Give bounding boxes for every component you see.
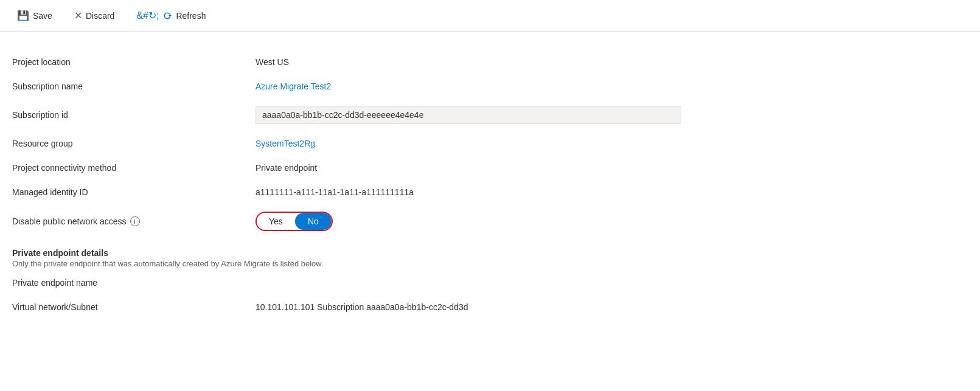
project-connectivity-label: Project connectivity method — [12, 156, 255, 180]
save-label: Save — [33, 11, 52, 21]
disable-public-value: Yes No — [255, 204, 968, 238]
project-connectivity-value: Private endpoint — [255, 156, 968, 180]
disable-public-label: Disable public network access i — [12, 204, 255, 238]
toggle-no-button[interactable]: No — [295, 213, 332, 230]
discard-icon: ✕ — [74, 10, 82, 21]
main-content: Project location West US Subscription na… — [0, 32, 980, 331]
virtual-network-label: Virtual network/Subnet — [12, 295, 255, 319]
project-location-label: Project location — [12, 50, 255, 74]
subscription-id-label: Subscription id — [12, 99, 255, 131]
resource-group-label: Resource group — [12, 131, 255, 156]
private-endpoint-section-header: Private endpoint details Only the privat… — [12, 238, 968, 271]
private-endpoint-subtitle: Only the private endpoint that was autom… — [12, 259, 968, 268]
refresh-svg-icon — [162, 11, 172, 21]
refresh-icon: &#↻; — [136, 10, 159, 21]
endpoint-name-value — [255, 271, 968, 295]
toolbar: 💾 Save ✕ Discard &#↻; Refresh — [0, 0, 980, 32]
subscription-name-value[interactable]: Azure Migrate Test2 — [255, 74, 968, 99]
project-location-value: West US — [255, 50, 968, 74]
info-icon[interactable]: i — [130, 216, 140, 226]
save-icon: 💾 — [17, 10, 29, 21]
subscription-id-value: aaaa0a0a-bb1b-cc2c-dd3d-eeeeee4e4e4e — [255, 99, 968, 131]
managed-identity-label: Managed identity ID — [12, 180, 255, 204]
discard-button[interactable]: ✕ Discard — [69, 6, 119, 25]
private-endpoint-title: Private endpoint details — [12, 248, 968, 258]
refresh-button[interactable]: &#↻; Refresh — [131, 6, 210, 25]
resource-group-value[interactable]: SystemTest2Rg — [255, 131, 968, 156]
toggle-container: Yes No — [255, 212, 333, 231]
refresh-label: Refresh — [176, 11, 206, 21]
endpoint-name-label: Private endpoint name — [12, 271, 255, 295]
subscription-name-label: Subscription name — [12, 74, 255, 99]
subscription-id-box: aaaa0a0a-bb1b-cc2c-dd3d-eeeeee4e4e4e — [255, 106, 681, 124]
properties-grid: Project location West US Subscription na… — [12, 50, 968, 319]
discard-label: Discard — [86, 11, 114, 21]
managed-identity-value: a1111111-a111-11a1-1a11-a111111111a — [255, 180, 968, 204]
save-button[interactable]: 💾 Save — [12, 6, 57, 25]
virtual-network-value: 10.101.101.101 Subscription aaaa0a0a-bb1… — [255, 295, 968, 319]
toggle-yes-button[interactable]: Yes — [257, 213, 295, 230]
